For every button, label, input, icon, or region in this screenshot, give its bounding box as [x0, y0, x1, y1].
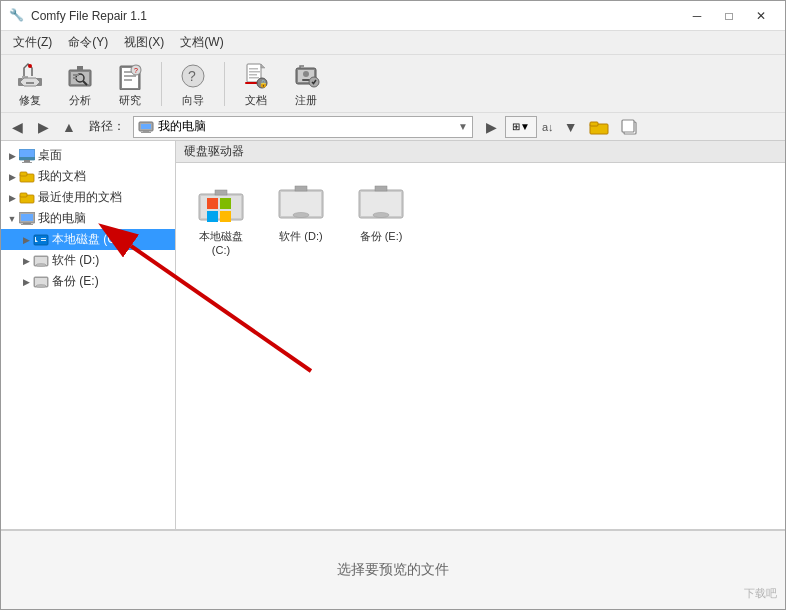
svg-rect-16: [124, 79, 132, 81]
menu-docs[interactable]: 文档(W): [172, 32, 231, 53]
path-selector[interactable]: 我的电脑 ▼: [133, 116, 473, 138]
svg-rect-45: [24, 160, 30, 162]
maximize-button[interactable]: □: [713, 5, 745, 27]
analyze-icon: [64, 60, 96, 92]
title-bar: 🔧 Comfy File Repair 1.1 ─ □ ✕: [1, 1, 785, 31]
repair-icon: [14, 60, 46, 92]
svg-rect-69: [207, 211, 218, 222]
toolbar-sep-2: [224, 62, 225, 106]
copy-button[interactable]: [615, 116, 643, 138]
svg-point-75: [293, 213, 309, 218]
expander-drive-d: ▶: [19, 254, 33, 268]
expander-recent: ▶: [5, 191, 19, 205]
status-text: 选择要预览的文件: [337, 561, 449, 579]
svg-text:🔒: 🔒: [259, 79, 268, 88]
svg-rect-68: [220, 198, 231, 209]
up-button[interactable]: ▲: [57, 116, 81, 138]
svg-point-2: [28, 64, 32, 68]
register-label: 注册: [295, 93, 317, 108]
main-area: ▶ 桌面 ▶: [1, 141, 785, 529]
app-icon: 🔧: [9, 8, 25, 24]
svg-rect-7: [77, 66, 83, 71]
sidebar-mypc-label: 我的电脑: [38, 210, 86, 227]
svg-rect-74: [295, 186, 307, 191]
nav-right-buttons: ▶ ⊞▼ a↓ ▼: [479, 116, 643, 138]
back-button[interactable]: ◀: [5, 116, 29, 138]
expander-drive-c: ▶: [19, 233, 33, 247]
sidebar-item-mypc[interactable]: ▼ 我的电脑: [1, 208, 175, 229]
research-button[interactable]: ? 研究: [107, 57, 153, 111]
drive-e-icon: [33, 274, 49, 290]
mypc-icon: [19, 211, 35, 227]
close-button[interactable]: ✕: [745, 5, 777, 27]
svg-rect-37: [143, 131, 149, 132]
expander-desktop: ▶: [5, 149, 19, 163]
register-button[interactable]: 注册: [283, 57, 329, 111]
view-toggle-button[interactable]: ⊞▼: [505, 116, 537, 138]
svg-point-61: [36, 263, 46, 266]
svg-rect-78: [375, 186, 387, 191]
repair-button[interactable]: 修复: [7, 57, 53, 111]
sidebar-item-drive-d[interactable]: ▶ 软件 (D:): [1, 250, 175, 271]
svg-rect-26: [249, 77, 259, 79]
window-title: Comfy File Repair 1.1: [31, 9, 147, 23]
svg-text:?: ?: [134, 67, 138, 74]
svg-rect-67: [207, 198, 218, 209]
file-item-drive-e[interactable]: 备份 (E:): [346, 173, 416, 261]
svg-rect-11: [73, 77, 77, 79]
svg-rect-25: [249, 74, 257, 76]
sidebar-mydocs-label: 我的文档: [38, 168, 86, 185]
svg-rect-42: [622, 120, 634, 132]
files-area: 本地磁盘 (C:) 软件 (D:): [176, 163, 785, 529]
menu-file[interactable]: 文件(Z): [5, 32, 60, 53]
file-icon-drive-c: [197, 178, 245, 226]
sidebar-item-mydocs[interactable]: ▶ 我的文档: [1, 166, 175, 187]
wizard-icon: ?: [177, 60, 209, 92]
section-label: 硬盘驱动器: [176, 141, 785, 163]
sidebar-item-desktop[interactable]: ▶ 桌面: [1, 145, 175, 166]
expander-mypc: ▼: [5, 212, 19, 226]
desktop-icon: [19, 148, 35, 164]
menu-command[interactable]: 命令(Y): [60, 32, 116, 53]
svg-rect-15: [124, 75, 136, 77]
sort-label: a↓: [539, 121, 557, 133]
folder-up-button[interactable]: [585, 116, 613, 138]
docs-button[interactable]: 🔒 文档: [233, 57, 279, 111]
sidebar-item-drive-e[interactable]: ▶ 备份 (E:): [1, 271, 175, 292]
file-icon-drive-e: [357, 178, 405, 226]
repair-label: 修复: [19, 93, 41, 108]
computer-icon: [138, 121, 154, 133]
svg-rect-54: [21, 224, 33, 225]
register-icon: [290, 60, 322, 92]
file-item-drive-d[interactable]: 软件 (D:): [266, 173, 336, 261]
svg-rect-10: [73, 74, 79, 76]
svg-rect-57: [41, 238, 46, 239]
sidebar-recent-label: 最近使用的文档: [38, 189, 122, 206]
research-label: 研究: [119, 93, 141, 108]
sidebar: ▶ 桌面 ▶: [1, 141, 176, 529]
docs-icon: 🔒: [240, 60, 272, 92]
menu-view[interactable]: 视图(X): [116, 32, 172, 53]
analyze-button[interactable]: 分析: [57, 57, 103, 111]
mydocs-icon: [19, 169, 35, 185]
research-icon: ?: [114, 60, 146, 92]
sort-button[interactable]: ▼: [559, 116, 583, 138]
sidebar-item-recent[interactable]: ▶ 最近使用的文档: [1, 187, 175, 208]
file-label-drive-d: 软件 (D:): [279, 229, 322, 244]
expander-mydocs: ▶: [5, 170, 19, 184]
go-button[interactable]: ▶: [479, 116, 503, 138]
svg-rect-53: [23, 223, 31, 224]
svg-point-32: [303, 71, 309, 77]
svg-rect-23: [249, 68, 258, 70]
minimize-button[interactable]: ─: [681, 5, 713, 27]
file-item-drive-c[interactable]: 本地磁盘 (C:): [186, 173, 256, 261]
sidebar-item-drive-c[interactable]: ▶ 本地磁盘 (C:): [1, 229, 175, 250]
toolbar: 修复 分析: [1, 55, 785, 113]
file-label-drive-c: 本地磁盘 (C:): [191, 229, 251, 256]
path-label: 路径：: [89, 118, 125, 135]
recent-icon: [19, 190, 35, 206]
forward-button[interactable]: ▶: [31, 116, 55, 138]
svg-rect-44: [19, 157, 35, 160]
svg-rect-24: [249, 71, 260, 73]
wizard-button[interactable]: ? 向导: [170, 57, 216, 111]
